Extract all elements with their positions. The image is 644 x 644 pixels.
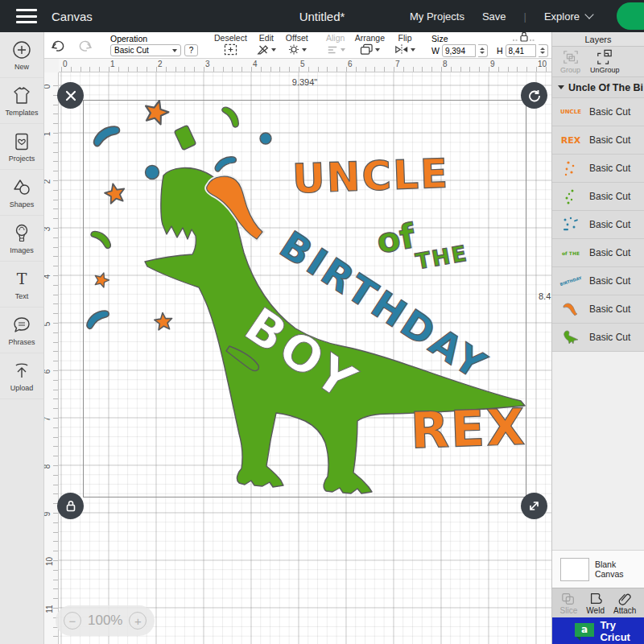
confetti-dot[interactable] (260, 133, 271, 144)
slice-icon (560, 592, 576, 606)
layer-row[interactable]: Basic Cut (552, 183, 644, 211)
ruler-corner (44, 58, 59, 72)
confetti-squiggle[interactable] (221, 107, 240, 127)
resize-icon (528, 500, 540, 512)
redo-button[interactable] (72, 32, 99, 58)
weld-button[interactable]: Weld (586, 592, 605, 615)
collapse-caret-icon (558, 85, 564, 89)
sidebar-item-text[interactable]: T Text (0, 262, 43, 308)
zoom-in-button[interactable]: + (129, 612, 147, 630)
layer-thumb-dinosaur (557, 327, 584, 348)
delete-handle[interactable] (57, 82, 84, 109)
attach-button[interactable]: Attach (613, 592, 636, 615)
operation-label: Operation (110, 34, 198, 43)
layer-row[interactable]: BIRTHDAY Basic Cut (552, 267, 644, 295)
layer-row[interactable]: REX Basic Cut (552, 126, 644, 155)
close-icon (65, 90, 76, 101)
my-projects-link[interactable]: My Projects (410, 10, 464, 23)
attach-icon (617, 592, 633, 606)
menu-icon[interactable] (16, 9, 37, 23)
align-icon (326, 44, 339, 56)
offset-button[interactable]: Offset (281, 32, 313, 58)
arrange-icon (360, 43, 374, 56)
select-caret-icon (172, 49, 177, 52)
layer-group-header[interactable]: Uncle Of The Bi (552, 77, 644, 98)
group-button[interactable]: Group (560, 49, 580, 74)
text-icon: T (11, 269, 32, 290)
edit-button[interactable]: Edit (252, 32, 281, 58)
design-text-of[interactable]: of (374, 216, 418, 261)
projects-icon (11, 131, 32, 152)
operation-help-button[interactable]: ? (184, 44, 198, 56)
confetti-star[interactable] (93, 270, 110, 288)
layer-thumb-of-the-text: of THE (557, 242, 584, 263)
templates-icon (11, 85, 32, 106)
confetti-star[interactable] (142, 97, 171, 126)
confetti-squiggle[interactable] (90, 229, 111, 250)
width-stepper[interactable] (478, 44, 488, 57)
group-icon (562, 49, 580, 65)
sidebar-item-upload[interactable]: Upload (0, 353, 43, 399)
operation-select[interactable]: Basic Cut (110, 44, 181, 56)
topbar-divider: | (524, 10, 526, 23)
edit-caret-icon (271, 48, 276, 52)
confetti-star[interactable] (103, 182, 126, 204)
rotate-handle[interactable] (521, 82, 547, 109)
layer-row[interactable]: Basic Cut (552, 295, 644, 324)
ungroup-icon (596, 49, 613, 65)
left-sidebar: New Templates Projects Shapes Images T (0, 32, 44, 644)
resize-handle[interactable] (521, 493, 547, 519)
undo-icon (49, 38, 67, 52)
sidebar-item-new[interactable]: New (0, 32, 43, 78)
arrange-button[interactable]: Arrange (350, 32, 390, 58)
layers-tab[interactable]: Layers (552, 32, 644, 47)
layer-row[interactable]: Basic Cut (552, 324, 644, 352)
confetti-dot[interactable] (146, 166, 159, 180)
align-button[interactable]: Align (321, 32, 350, 58)
design-canvas[interactable]: 9.394" 8.41" U (44, 58, 551, 644)
sidebar-item-templates[interactable]: Templates (0, 78, 43, 124)
design-text-uncle[interactable]: UNCLE (291, 151, 450, 203)
try-cricut-banner[interactable]: a Try Cricut (552, 617, 644, 644)
height-label: H (497, 46, 503, 56)
arrange-caret-icon (375, 48, 380, 52)
undo-button[interactable] (44, 32, 72, 58)
chevron-down-icon (584, 10, 593, 19)
width-input[interactable] (442, 44, 476, 57)
deselect-icon (224, 43, 237, 56)
app-title: Canvas (52, 10, 93, 23)
flip-button[interactable]: Flip (390, 32, 420, 58)
ungroup-button[interactable]: UnGroup (590, 49, 620, 74)
sidebar-item-projects[interactable]: Projects (0, 124, 43, 170)
blank-canvas-label: Blank Canvas (595, 559, 644, 579)
sidebar-item-images[interactable]: Images (0, 216, 43, 262)
width-label: W (431, 46, 440, 56)
save-button[interactable]: Save (482, 10, 506, 23)
new-icon (11, 39, 32, 60)
confetti-squiggle[interactable] (87, 309, 109, 330)
deselect-button[interactable]: Deselect (209, 32, 252, 58)
account-avatar[interactable] (617, 2, 644, 30)
canvas-color-swatch[interactable] (560, 558, 589, 581)
layer-row[interactable]: Basic Cut (552, 155, 644, 183)
slice-button[interactable]: Slice (560, 592, 578, 615)
sidebar-item-shapes[interactable]: Shapes (0, 170, 43, 216)
zoom-out-button[interactable]: − (64, 612, 81, 630)
design-text-rex[interactable]: REX (410, 398, 527, 460)
height-stepper[interactable] (539, 44, 548, 57)
explore-menu[interactable]: Explore (544, 10, 592, 23)
layer-thumb-birthday-text: BIRTHDAY (555, 266, 587, 295)
lock-handle[interactable] (57, 493, 84, 519)
height-input[interactable] (506, 44, 536, 57)
confetti-star[interactable] (154, 312, 173, 331)
sidebar-item-phrases[interactable]: Phrases (0, 308, 43, 353)
size-lock-icon[interactable] (512, 31, 536, 42)
layer-row[interactable]: of THE Basic Cut (552, 239, 644, 267)
confetti-rect[interactable] (174, 125, 196, 150)
confetti-squiggle[interactable] (93, 124, 120, 149)
layer-row[interactable]: Basic Cut (552, 211, 644, 239)
layer-thumb-rex-text: REX (557, 130, 584, 151)
confetti-squiggle[interactable] (214, 154, 237, 175)
layer-row[interactable]: UNCLE Basic Cut (552, 98, 644, 126)
edit-icon (257, 43, 270, 56)
